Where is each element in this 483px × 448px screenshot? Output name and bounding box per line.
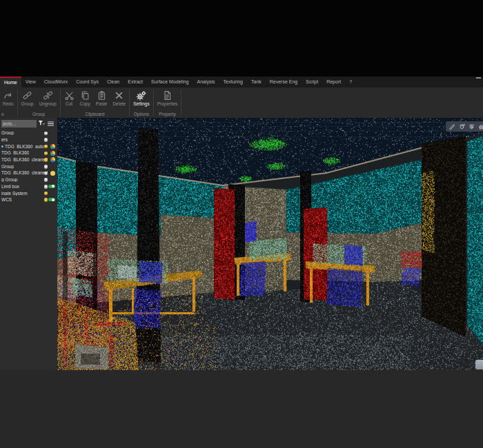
tab--[interactable]: ? [345,77,356,88]
tab-label: Tank [251,79,262,84]
tab-label: ? [349,79,352,84]
orbit-point-icon [468,123,475,130]
tab-cloudworx[interactable]: CloudWorx [40,77,72,88]
tree-item-group[interactable]: Group [0,163,57,170]
visibility-bulb-icon[interactable] [44,138,48,141]
visibility-bulb-icon[interactable] [44,145,48,148]
tree-item-tdg-blk360-auto[interactable]: TDG_BLK360_auto [0,143,57,150]
ribbon-button-label: Paste [96,101,108,106]
ribbon-button-label: Redo [3,101,14,106]
toggle-on-icon[interactable] [48,198,55,202]
ribbon-separator [17,90,18,116]
tree-item-inate-system[interactable]: inate System [0,190,57,196]
properties-button[interactable]: Properties [155,89,181,106]
tree-item-tdg-blk360[interactable]: TDG_BLK360 [0,150,57,156]
color-sphere-icon[interactable] [50,144,55,149]
tab-tank[interactable]: Tank [247,77,266,88]
ribbon-button-label: Settings [133,101,150,106]
copy-button[interactable]: Copy [77,89,93,106]
paste-icon [97,90,107,101]
group-button[interactable]: Group [19,89,37,106]
pan-hand-button[interactable] [477,123,483,130]
ribbon-group-o: Redoo [0,88,17,118]
tree-item-label: Limit box [1,184,19,189]
tree-item-tdg-blk360-cleaned[interactable]: TDG_BLK360_cleaned [0,170,57,176]
cut-button[interactable]: Cut [61,89,77,106]
tab-label: Extract [128,79,143,84]
tree-item-ers[interactable]: ers [0,136,57,143]
application-window: HomeViewCloudWorxCoord SysCleanExtractSu… [0,0,483,448]
ribbon-toolbar: RedooGroupUngroupGroupCutCopyPasteDelete… [0,88,483,118]
toggle-on-icon[interactable] [48,185,55,189]
tree-item-limit-box[interactable]: Limit box [0,183,57,190]
funnel-icon [38,120,46,128]
visibility-bulb-icon[interactable] [44,172,48,175]
tree-item-label: Group [1,164,14,169]
ribbon-group-label: Clipboard [61,111,129,118]
ribbon-separator [153,90,154,116]
visibility-bulb-icon[interactable] [44,158,48,161]
menu-bar: HomeViewCloudWorxCoord SysCleanExtractSu… [0,77,483,88]
tab-texturing[interactable]: Texturing [219,77,247,88]
ribbon-button-label: Cut [66,101,72,106]
visibility-bulb-icon[interactable] [44,132,48,135]
tab-script[interactable]: Script [302,77,322,88]
orbit-icon [458,123,466,130]
tab-label: Report [326,79,341,84]
nav-widget[interactable] [475,360,483,369]
color-sphere-icon[interactable] [50,157,55,162]
tab-label: Analysis [197,79,215,84]
delete-button[interactable]: Delete [110,89,128,106]
menu-tabs: HomeViewCloudWorxCoord SysCleanExtractSu… [0,77,356,88]
tree-item-wcs[interactable]: WCS [0,196,57,203]
orbit-point-button[interactable] [468,123,475,130]
tree-item-label: WCS [1,197,12,202]
ribbon-button-label: Delete [112,101,126,106]
tree-item-g-group[interactable]: g Group [0,176,57,183]
top-black-band [0,0,483,77]
tab-clean[interactable]: Clean [103,77,124,88]
visibility-bulb-icon[interactable] [44,165,48,168]
tree-menu-icon[interactable] [47,120,55,128]
settings-button[interactable]: Settings [130,89,152,106]
tab-label: Script [306,79,318,84]
visibility-bulb-icon[interactable] [44,185,48,188]
tab-analysis[interactable]: Analysis [193,77,219,88]
tab-label: Texturing [224,79,243,84]
visibility-bulb-icon[interactable] [44,152,48,155]
visibility-bulb-icon[interactable] [44,198,48,201]
tree-item-tdg-blk360-cleaned[interactable]: TDG_BLK360_cleaned [0,156,57,163]
tab-label: View [26,79,36,84]
tab-view[interactable]: View [21,77,40,88]
object-tree: GroupersTDG_BLK360_autoTDG_BLK360TDG_BLK… [0,129,57,203]
visibility-bulb-icon[interactable] [44,192,48,195]
color-circle-icon[interactable] [50,171,55,176]
tab-home[interactable]: Home [0,77,21,88]
measure-pencil-button[interactable] [448,123,456,130]
tab-label: Home [4,80,17,85]
ribbon-button-label: Copy [80,101,90,106]
tab-extract[interactable]: Extract [124,77,147,88]
tab-label: Clean [107,79,119,84]
redo-button[interactable]: Redo [0,89,17,106]
color-sphere-icon[interactable] [50,151,55,156]
ribbon-group-options: SettingsOptions [130,88,152,118]
tab-surface-modeling[interactable]: Surface Modeling [147,77,193,88]
redo-icon [3,90,13,101]
filter-funnel-icon[interactable] [38,120,46,128]
tab-coord-sys[interactable]: Coord Sys [72,77,103,88]
visibility-bulb-icon[interactable] [44,178,48,181]
point-cloud-render[interactable] [57,118,483,370]
orbit-button[interactable] [458,123,466,130]
window-control-dash[interactable] [476,77,481,79]
tab-report[interactable]: Report [322,77,345,88]
ribbon-separator [129,90,130,116]
tree-item-group[interactable]: Group [0,130,57,136]
tab-reverse-eng[interactable]: Reverse Eng [266,77,302,88]
paste-button[interactable]: Paste [93,89,110,106]
search-input[interactable] [1,120,37,128]
ribbon-separator [60,90,61,116]
tree-search-row [0,118,57,129]
ungroup-button[interactable]: Ungroup [37,89,59,106]
tree-item-label: ers [1,137,8,142]
